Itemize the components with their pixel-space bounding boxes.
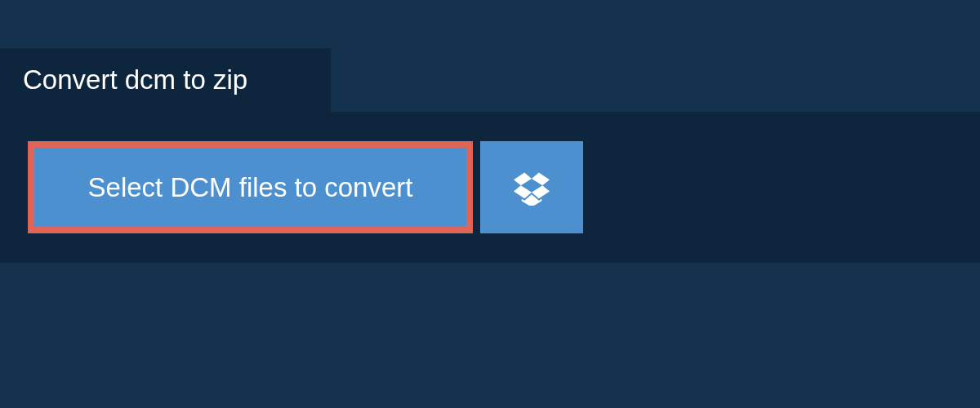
dropbox-icon <box>514 170 550 206</box>
converter-widget: Convert dcm to zip Select DCM files to c… <box>0 0 980 408</box>
tab-convert[interactable]: Convert dcm to zip <box>0 48 331 112</box>
svg-marker-3 <box>532 185 550 198</box>
select-files-label: Select DCM files to convert <box>88 172 413 203</box>
select-files-button[interactable]: Select DCM files to convert <box>28 141 473 233</box>
action-panel: Select DCM files to convert <box>0 112 980 263</box>
svg-marker-1 <box>532 172 550 185</box>
svg-marker-0 <box>514 172 532 185</box>
dropbox-button[interactable] <box>480 141 583 233</box>
svg-marker-2 <box>514 185 532 198</box>
tab-label: Convert dcm to zip <box>23 64 247 95</box>
